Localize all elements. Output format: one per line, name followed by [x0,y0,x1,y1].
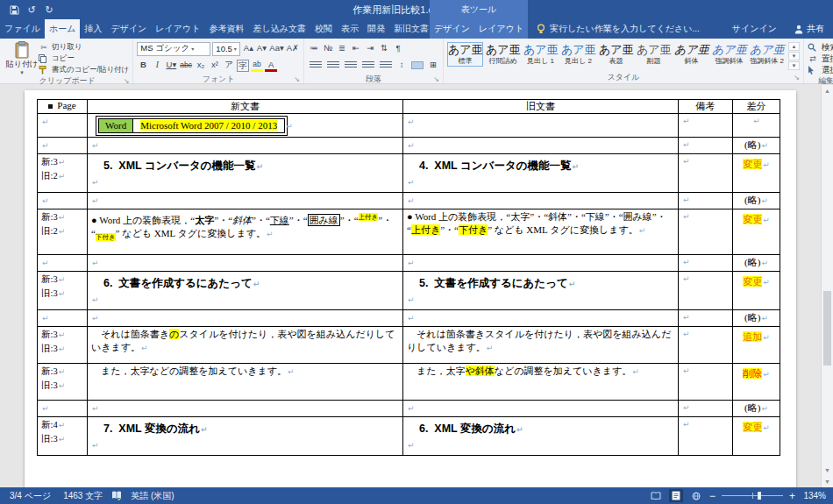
diff-cell[interactable]: 変更↵ [733,272,780,310]
old-doc-cell[interactable]: ↵ [403,193,679,209]
scroll-up-icon[interactable]: ▲ [822,85,833,96]
new-doc-cell[interactable]: ↵ [88,193,403,209]
line-spacing-button[interactable]: ↕ [395,59,408,72]
diff-cell[interactable]: 変更↵ [733,154,780,193]
find-button[interactable]: 検索 ▾ [808,42,833,53]
tab-ファイル[interactable]: ファイル [0,19,45,39]
old-doc-cell[interactable]: また，太字や斜体などの調整を加えていきます。↵ [403,364,679,401]
scroll-down-icon[interactable]: ▼ [822,465,833,476]
old-doc-cell[interactable]: ↵ [403,255,679,272]
new-doc-cell[interactable]: それは箇条書きのスタイルを付けたり，表や図を組み込んだりしていきます。↵ [88,327,403,364]
diff-cell[interactable]: ↵ [733,114,780,138]
style-強調斜体[interactable]: あア亜強調斜体 [711,42,747,67]
save-icon[interactable] [7,3,21,17]
superscript-button[interactable]: x² [209,59,221,72]
diff-cell[interactable]: (略)↵ [733,255,780,272]
old-doc-cell[interactable]: 6. XML 変換の流れ↵↵ [403,417,679,456]
old-doc-cell[interactable]: ↵ [403,310,679,327]
borders-button[interactable]: ⊞ [427,59,439,72]
center-button[interactable] [327,61,339,69]
bold-button[interactable]: B [137,59,149,72]
align-left-button[interactable] [310,61,322,69]
zoom-in-button[interactable]: + [789,490,795,502]
gallery-more-icon[interactable]: ▼ [788,61,800,70]
remark-cell[interactable]: ↵ [679,364,733,401]
decrease-indent-button[interactable]: ⇤ [350,42,362,55]
new-doc-cell[interactable]: WordMicrosoft Word 2007 / 2010 / 2013↵ [88,114,403,138]
context-tab-デザイン[interactable]: デザイン [430,19,474,39]
increase-indent-button[interactable]: ⇥ [364,42,376,55]
col-header-old[interactable]: 旧文書 [403,100,679,114]
remark-cell[interactable]: ↵ [679,114,733,138]
tell-me-box[interactable]: 実行したい作業を入力してください... [528,19,708,39]
diff-cell[interactable]: (略)↵ [733,401,780,417]
page-cell[interactable]: 新:3↵旧:3↵ [38,327,88,364]
cut-button[interactable]: ✂ 切り取り [39,42,129,53]
page-cell[interactable]: ↵ [38,114,88,138]
tab-差し込み文書[interactable]: 差し込み文書 [249,19,310,39]
print-layout-button[interactable] [669,489,683,502]
tab-新旧文書[interactable]: 新旧文書 [389,19,430,39]
zoom-slider[interactable] [722,491,783,500]
style-斜体[interactable]: あア亜斜体 [673,42,709,67]
word-count[interactable]: 1463 文字 [57,490,109,502]
remark-cell[interactable]: ↵ [679,154,733,193]
distributed-button[interactable] [380,61,392,69]
page-cell[interactable]: ↵ [38,401,88,417]
vertical-scrollbar[interactable]: ▲ ▼ ▼ [821,85,833,487]
format-painter-button[interactable]: 書式のコピー/貼り付け [39,65,129,75]
old-doc-cell[interactable]: ↵ [403,138,679,154]
sort-button[interactable]: ⇅ [378,42,390,55]
tab-校閲[interactable]: 校閲 [310,19,337,39]
page-cell[interactable]: ↵ [38,310,88,327]
page-cell[interactable]: 新:4↵旧:3↵ [38,417,88,456]
new-doc-cell[interactable]: ↵ [88,310,403,327]
read-mode-button[interactable] [649,489,663,502]
ruby-button[interactable]: ア [223,59,235,72]
page-cell[interactable]: ↵ [38,255,88,272]
multilevel-list-button[interactable]: ≣ [336,42,348,55]
new-doc-cell[interactable]: ● Word 上の装飾表現，“太字”・“斜体”・“下線”・“囲み線”・“上付き”… [88,209,403,255]
page-cell[interactable]: ↵ [38,193,88,209]
tab-表示[interactable]: 表示 [337,19,363,39]
style-見出し 1[interactable]: あア亜見出し 1 [523,42,559,67]
old-doc-cell[interactable]: ● Word 上の装飾表現，“太字”・“斜体”・“下線”・“囲み線”・“上付き”… [403,209,679,255]
select-button[interactable]: 選択 ▾ [808,65,833,75]
styles-dialog-launcher-icon[interactable]: ↘ [794,73,800,83]
gallery-down-icon[interactable]: ▼ [788,52,800,60]
shrink-font-button[interactable]: A▾ [255,42,267,55]
zoom-slider-thumb[interactable] [758,492,761,500]
tab-レイアウト[interactable]: レイアウト [151,19,204,39]
font-dialog-launcher-icon[interactable]: ↘ [294,75,300,85]
remark-cell[interactable]: ↵ [679,138,733,154]
bullets-button[interactable]: ≔ [308,42,320,55]
formatting-marks-button[interactable]: ¶ [392,42,404,55]
style-副題[interactable]: あア亜副題 [636,42,672,67]
col-header-diff[interactable]: 差分 [733,100,780,114]
new-doc-cell[interactable]: ↵ [88,401,403,417]
style-行間詰め[interactable]: あア亜行間詰め [485,42,521,67]
style-標準[interactable]: あア亜標準 [447,42,483,67]
paragraph-dialog-launcher-icon[interactable]: ↘ [433,75,439,85]
remark-cell[interactable]: ↵ [679,272,733,310]
share-button[interactable]: 共有 [786,19,833,39]
style-表題[interactable]: あア亜表題 [598,42,634,67]
col-header-remark[interactable]: 備考 [679,100,733,114]
new-doc-cell[interactable]: ↵ [88,255,403,272]
remark-cell[interactable]: ↵ [679,193,733,209]
copy-button[interactable]: コピー [39,53,129,64]
old-doc-cell[interactable]: 4. XML コンバータの機能一覧↵↵ [403,154,679,193]
remark-cell[interactable]: ↵ [679,401,733,417]
enclose-characters-button[interactable]: 字 [237,60,249,72]
diff-cell[interactable]: (略)↵ [733,193,780,209]
old-doc-cell[interactable]: それは箇条書きスタイルを付けたり，表や図を組み込んだりしていきます。↵ [403,327,679,364]
justify-button[interactable] [362,61,374,69]
remark-cell[interactable]: ↵ [679,255,733,272]
gallery-up-icon[interactable]: ▲ [788,42,800,51]
style-強調斜体 2[interactable]: あア亜強調斜体 2 [749,42,785,67]
replace-button[interactable]: ⇄ 置換 [808,53,833,64]
tab-開発[interactable]: 開発 [363,19,389,39]
old-doc-cell[interactable]: ↵ [403,114,679,138]
paste-button[interactable]: 貼り付け ▾ [5,40,39,75]
zoom-level[interactable]: 134% [801,491,826,500]
